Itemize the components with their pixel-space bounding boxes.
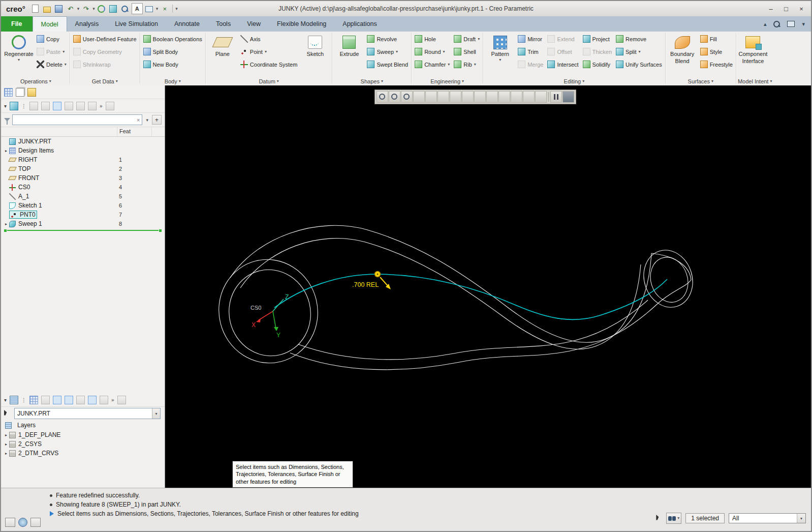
expand-icon[interactable]: ▸ bbox=[3, 433, 9, 437]
chamfer-button[interactable]: Chamfer▾ bbox=[413, 58, 451, 71]
tab-file[interactable]: File bbox=[1, 16, 33, 32]
tube-right-end-cap[interactable] bbox=[651, 253, 691, 280]
draft-button[interactable]: Draft▾ bbox=[452, 33, 481, 45]
zoom-in-icon[interactable] bbox=[389, 91, 400, 103]
tab-tools[interactable]: Tools bbox=[208, 16, 239, 32]
windows-caret-icon[interactable]: ▾ bbox=[156, 6, 159, 11]
layer-info-icon[interactable] bbox=[41, 396, 50, 404]
model-intent-group-label[interactable]: Model Intent▾ bbox=[738, 77, 772, 85]
body-group-label[interactable]: Body▾ bbox=[142, 77, 204, 85]
copy-geometry-button[interactable]: Copy Geometry bbox=[72, 45, 138, 58]
undo-icon[interactable]: ↶ bbox=[66, 4, 76, 14]
tree-settings-icon[interactable] bbox=[106, 102, 114, 110]
redo-icon[interactable]: ↷ bbox=[81, 4, 91, 14]
get-data-group-label[interactable]: Get Data▾ bbox=[72, 77, 138, 85]
tree-row-a1-axis[interactable]: A_1 5 bbox=[1, 192, 165, 201]
paste-button[interactable]: Paste▾ bbox=[35, 45, 68, 58]
tab-analysis[interactable]: Analysis bbox=[67, 16, 107, 32]
fullscreen-toggle-icon[interactable] bbox=[30, 518, 41, 527]
layer-view-icon[interactable] bbox=[29, 396, 38, 404]
folder-browser-icon[interactable] bbox=[27, 88, 36, 97]
freestyle-button[interactable]: Freestyle bbox=[699, 58, 734, 71]
revolve-button[interactable]: Revolve bbox=[365, 33, 410, 45]
zoom-out-icon[interactable] bbox=[401, 91, 413, 103]
filter-clear-icon[interactable]: × bbox=[135, 117, 142, 123]
hole-button[interactable]: Hole bbox=[413, 33, 451, 45]
extend-button[interactable]: Extend bbox=[546, 33, 580, 45]
engineering-group-label[interactable]: Engineering▾ bbox=[413, 77, 481, 85]
collapse-ribbon-icon[interactable]: ▴ bbox=[764, 21, 767, 27]
tab-flexible-modeling[interactable]: Flexible Modeling bbox=[269, 16, 334, 32]
maximize-button[interactable]: □ bbox=[778, 3, 794, 14]
editing-group-label[interactable]: Editing▾ bbox=[485, 77, 663, 85]
tube-bottom-silhouette-inner[interactable] bbox=[298, 300, 648, 360]
layer-caret-icon[interactable]: ▾ bbox=[4, 397, 7, 403]
shell-button[interactable]: Shell bbox=[452, 45, 481, 58]
layer-settings-icon[interactable] bbox=[117, 396, 126, 404]
tree-list-icon[interactable] bbox=[29, 102, 38, 110]
shapes-group-label[interactable]: Shapes▾ bbox=[334, 77, 410, 85]
surfaces-group-label[interactable]: Surfaces▾ bbox=[667, 77, 734, 85]
expand-icon[interactable]: ▸ bbox=[3, 149, 9, 153]
boolean-operations-button[interactable]: Boolean Operations bbox=[142, 33, 204, 45]
combo-caret-icon[interactable]: ▾ bbox=[152, 408, 160, 419]
close-window-icon[interactable]: × bbox=[160, 4, 170, 14]
remove-button[interactable]: Remove bbox=[614, 33, 664, 45]
plane-button[interactable]: Plane bbox=[207, 33, 238, 57]
search-tool-button[interactable]: ▾ bbox=[666, 513, 681, 524]
tree-filter-input[interactable] bbox=[13, 116, 135, 124]
layer-overflow-icon[interactable]: » bbox=[111, 397, 114, 403]
ribbon-more-caret-icon[interactable]: ▾ bbox=[802, 21, 805, 27]
expand-icon[interactable]: ▸ bbox=[3, 451, 9, 456]
tree-row-top-plane[interactable]: TOP 2 bbox=[1, 164, 165, 173]
csys-label[interactable]: CS0 bbox=[251, 305, 261, 311]
tree-row-front-plane[interactable]: FRONT 3 bbox=[1, 173, 165, 183]
split-body-button[interactable]: Split Body bbox=[142, 45, 204, 58]
layer-row-dtm-crvs[interactable]: ▸ 2_DTM_CRVS bbox=[1, 449, 165, 458]
tree-row-pnt0[interactable]: PNT0 7 bbox=[1, 210, 165, 219]
component-interface-button[interactable]: Component Interface bbox=[738, 33, 768, 64]
axis-button[interactable]: Axis bbox=[239, 33, 299, 45]
fill-button[interactable]: Fill bbox=[699, 33, 734, 45]
shrinkwrap-button[interactable]: Shrinkwrap bbox=[72, 58, 138, 71]
perspective-icon[interactable] bbox=[474, 91, 486, 103]
project-button[interactable]: Project bbox=[581, 33, 614, 45]
layer-toggle-1-icon[interactable] bbox=[53, 396, 61, 404]
operations-group-label[interactable]: Operations▾ bbox=[4, 77, 68, 85]
tree-row-cs0[interactable]: CS0 4 bbox=[1, 183, 165, 192]
browser-toggle-icon[interactable] bbox=[18, 518, 27, 527]
model-tree-view-icon[interactable] bbox=[4, 88, 13, 97]
thicken-button[interactable]: Thicken bbox=[581, 45, 614, 58]
expand-icon[interactable]: ▸ bbox=[3, 222, 9, 226]
trajectory-curve[interactable] bbox=[274, 274, 667, 319]
tab-live-simulation[interactable]: Live Simulation bbox=[107, 16, 166, 32]
tree-row-right-plane[interactable]: RIGHT 1 bbox=[1, 155, 165, 164]
split-button[interactable]: Split▾ bbox=[614, 45, 664, 58]
layer-toggle-4-icon[interactable] bbox=[88, 396, 97, 404]
filter-funnel-icon[interactable] bbox=[4, 118, 10, 122]
redo-caret-icon[interactable]: ▾ bbox=[92, 6, 95, 11]
selection-filter-combo[interactable]: All ▾ bbox=[729, 513, 806, 523]
coordinate-system-button[interactable]: Coordinate System bbox=[239, 58, 299, 71]
tree-row-sweep1[interactable]: ▸ Sweep 1 8 bbox=[1, 219, 165, 228]
tree-overflow-icon[interactable]: » bbox=[100, 103, 103, 109]
tube-right-outer-rim[interactable] bbox=[637, 244, 700, 313]
graphics-area[interactable]: .700 REL Z X Y CS0 bbox=[165, 85, 811, 488]
3d-model-wireframe[interactable]: .700 REL Z X Y CS0 bbox=[165, 85, 811, 488]
layers-header[interactable]: Layers bbox=[1, 420, 165, 430]
select-status-icon[interactable] bbox=[656, 515, 661, 522]
minimize-button[interactable]: – bbox=[763, 3, 778, 14]
sketch-button[interactable]: Sketch bbox=[300, 33, 330, 57]
intersect-button[interactable]: Intersect bbox=[546, 58, 580, 71]
repaint-icon[interactable] bbox=[425, 91, 437, 103]
user-defined-feature-button[interactable]: User-Defined Feature bbox=[72, 33, 138, 45]
filter-combo-caret-icon[interactable]: ▾ bbox=[797, 514, 805, 523]
mirror-button[interactable]: Mirror bbox=[516, 33, 545, 45]
tree-row-design-items[interactable]: ▸ Design Items bbox=[1, 146, 165, 155]
measure-icon[interactable] bbox=[108, 4, 118, 14]
spin-center-icon[interactable] bbox=[563, 91, 574, 103]
tube-bottom-silhouette-outer[interactable] bbox=[290, 280, 691, 370]
pause-graphics-icon[interactable] bbox=[550, 91, 562, 103]
pattern-button[interactable]: Pattern ▾ bbox=[485, 33, 515, 62]
save-icon[interactable] bbox=[54, 4, 64, 14]
